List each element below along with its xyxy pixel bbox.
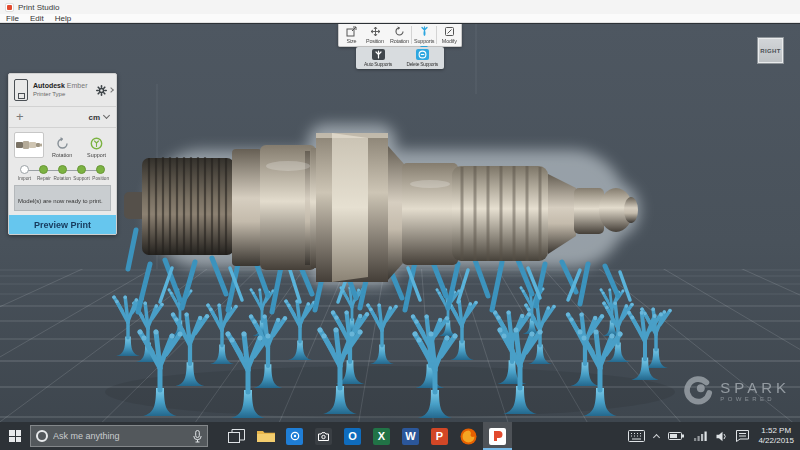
store-button[interactable] [280, 422, 309, 450]
menu-bar: File Edit Help [0, 14, 800, 23]
window-title: Print Studio [18, 3, 59, 12]
firefox-button[interactable] [454, 422, 483, 450]
transform-toolbar: Size Position Rotation [338, 24, 462, 47]
auto-supports-icon [372, 49, 385, 60]
network-signal-icon[interactable] [694, 431, 707, 441]
windows-logo-icon [9, 430, 21, 442]
preview-print-button[interactable]: Preview Print [9, 215, 116, 234]
menu-edit[interactable]: Edit [30, 14, 44, 23]
printer-panel: Autodesk Ember Printer Type + [8, 73, 117, 235]
supports-subtoolbar: Auto Supports Delete Supports [356, 47, 444, 69]
unit-dropdown[interactable]: cm [88, 113, 109, 122]
file-explorer-icon [257, 429, 275, 443]
tray-expand-chevron-icon[interactable] [653, 433, 660, 440]
position-button[interactable]: Position [363, 24, 387, 46]
menu-file[interactable]: File [6, 14, 19, 23]
modify-icon [444, 26, 455, 37]
word-button[interactable]: W [396, 422, 425, 450]
viewcube[interactable]: RIGHT [757, 37, 784, 64]
size-button[interactable]: Size [339, 24, 363, 46]
3d-viewport[interactable]: Size Position Rotation [0, 24, 800, 422]
rotation-tool-icon [56, 137, 69, 150]
word-icon: W [402, 428, 419, 445]
supports-button[interactable]: Supports [412, 24, 436, 46]
printer-type-label: Printer Type [33, 90, 96, 98]
cortana-search-box[interactable] [30, 425, 208, 447]
support-tool-icon [90, 137, 103, 150]
spark-label: SPARK [720, 380, 790, 395]
step-support[interactable]: Support [72, 165, 91, 181]
clock-date: 4/22/2015 [758, 436, 794, 446]
support-tool-button[interactable]: Support [80, 132, 112, 158]
camera-icon [315, 428, 332, 445]
excel-icon: X [373, 428, 390, 445]
keyboard-icon[interactable] [628, 430, 645, 442]
outlook-button[interactable]: O [338, 422, 367, 450]
supports-icon [419, 26, 430, 37]
step-position[interactable]: Position [91, 165, 110, 181]
step-repair[interactable]: Repair [34, 165, 53, 181]
menu-help[interactable]: Help [55, 14, 71, 23]
workflow-steps: Import Repair Rotation Support [9, 161, 116, 183]
action-center-icon[interactable] [736, 430, 749, 442]
search-input[interactable] [53, 431, 188, 441]
step-import-dot [20, 165, 29, 174]
model-thumbnail [14, 132, 44, 158]
3d-scene-canvas[interactable] [0, 24, 800, 422]
powerpoint-icon: P [431, 428, 448, 445]
printer-header: Autodesk Ember Printer Type [9, 74, 116, 106]
model-thumbnail-button[interactable] [13, 132, 45, 158]
step-support-dot [77, 165, 86, 174]
rotation-button[interactable]: Rotation [387, 24, 411, 46]
powered-label: POWERED [720, 396, 790, 402]
rotation-tool-button[interactable]: Rotation [47, 132, 79, 158]
print-studio-taskbar-button[interactable] [483, 422, 512, 450]
gear-icon[interactable] [96, 85, 107, 96]
viewcube-face-label: RIGHT [760, 48, 781, 54]
spark-powered-logo: SPARK POWERED [683, 376, 790, 406]
system-tray: 1:52 PM 4/22/2015 [628, 426, 800, 446]
print-studio-app-icon [5, 3, 14, 12]
powerpoint-button[interactable]: P [425, 422, 454, 450]
battery-icon[interactable] [668, 431, 685, 441]
start-button[interactable] [0, 422, 30, 450]
firefox-icon [460, 428, 477, 445]
camera-app-button[interactable] [309, 422, 338, 450]
speaker-icon[interactable] [716, 431, 727, 442]
printer-icon [14, 79, 28, 101]
modify-button[interactable]: Modify [437, 24, 461, 46]
delete-supports-button[interactable]: Delete Supports [401, 49, 443, 67]
position-icon [370, 26, 381, 37]
step-rotation-dot [58, 165, 67, 174]
taskbar-clock[interactable]: 1:52 PM 4/22/2015 [758, 426, 794, 446]
title-bar: Print Studio [0, 0, 800, 14]
print-studio-icon [489, 428, 506, 445]
add-model-button[interactable]: + [16, 111, 24, 123]
printer-model-label: Ember [67, 82, 88, 89]
status-message: Model(s) are now ready to print. [14, 185, 111, 211]
microphone-icon[interactable] [193, 430, 202, 443]
step-import[interactable]: Import [15, 165, 34, 181]
cortana-icon [36, 430, 48, 442]
brand-label: Autodesk [33, 82, 65, 89]
store-icon [286, 428, 303, 445]
rotation-icon [394, 26, 405, 37]
auto-supports-button[interactable]: Auto Supports [357, 49, 399, 67]
step-repair-dot [39, 165, 48, 174]
delete-supports-icon [416, 49, 429, 60]
excel-button[interactable]: X [367, 422, 396, 450]
spark-swirl-icon [683, 376, 713, 406]
size-icon [346, 26, 357, 37]
outlook-icon: O [344, 428, 361, 445]
panel-expand-chevron-icon[interactable] [108, 87, 114, 93]
step-position-dot [96, 165, 105, 174]
step-rotation[interactable]: Rotation [53, 165, 72, 181]
task-view-button[interactable] [222, 422, 251, 450]
spark-plug-thumbnail-icon [16, 140, 42, 150]
clock-time: 1:52 PM [758, 426, 794, 436]
unit-value: cm [88, 113, 100, 122]
file-explorer-button[interactable] [251, 422, 280, 450]
chevron-down-icon [103, 112, 110, 119]
print-studio-window: Print Studio File Edit Help [0, 0, 800, 450]
taskbar-apps: O X W P [222, 422, 512, 450]
